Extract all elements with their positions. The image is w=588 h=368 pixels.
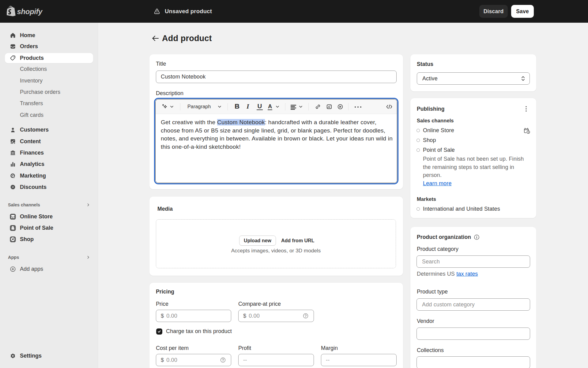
svg-text:shopify: shopify [17,7,43,16]
